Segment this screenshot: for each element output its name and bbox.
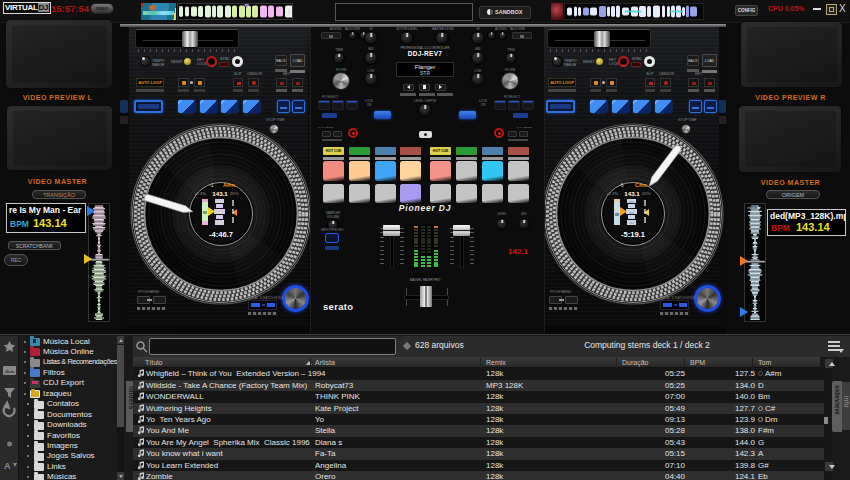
- svg-text:C#m: C#m: [635, 182, 647, 188]
- svg-text:20%: 20%: [642, 191, 651, 196]
- svg-text:25%: 25%: [230, 191, 239, 196]
- svg-text:-6: -6: [619, 182, 624, 188]
- svg-text:A#m: A#m: [223, 182, 235, 188]
- svg-text:-1: -1: [209, 182, 214, 188]
- svg-text:-4:46.7: -4:46.7: [209, 230, 233, 239]
- svg-text:143.1: 143.1: [212, 190, 228, 197]
- svg-text:+2.2%: +2.2%: [606, 191, 618, 196]
- svg-text:A: A: [4, 461, 11, 471]
- svg-text:143.1: 143.1: [624, 190, 640, 197]
- svg-text:-5:19.1: -5:19.1: [621, 230, 645, 239]
- svg-text:+0.3%: +0.3%: [194, 191, 206, 196]
